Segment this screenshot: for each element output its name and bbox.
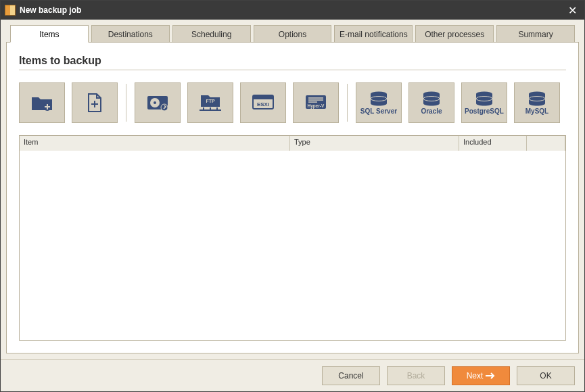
source-postgresql-label: PostgreSQL (465, 107, 504, 115)
source-esxi-button[interactable]: ESXi (240, 82, 286, 123)
table-body (20, 151, 565, 340)
esxi-icon: ESXi (251, 93, 275, 112)
source-oracle-button[interactable]: Oracle (408, 82, 454, 123)
database-icon (422, 91, 441, 106)
window-title: New backup job (20, 5, 564, 15)
separator (347, 84, 348, 122)
separator (126, 84, 126, 122)
col-included[interactable]: Included (459, 136, 527, 151)
source-ftp-button[interactable]: FTP (187, 82, 233, 123)
cancel-button[interactable]: Cancel (322, 366, 380, 385)
svg-rect-7 (253, 95, 273, 99)
app-icon (5, 5, 16, 16)
back-button[interactable]: Back (387, 366, 445, 385)
section-rule (19, 70, 566, 70)
titlebar: New backup job ✕ (1, 1, 584, 20)
source-postgresql-button[interactable]: PostgreSQL (461, 82, 507, 123)
next-button[interactable]: Next (452, 366, 510, 385)
hyperv-icon: Hyper-V (304, 93, 328, 112)
table-header: Item Type Included (20, 136, 565, 151)
arrow-right-icon (486, 372, 495, 379)
source-oracle-label: Oracle (421, 107, 442, 115)
database-icon (528, 91, 546, 106)
tab-other[interactable]: Other processes (415, 25, 494, 43)
source-buttons-row: FTP ESXi (19, 82, 566, 123)
source-hyperv-button[interactable]: Hyper-V (293, 82, 339, 123)
tab-scheduling[interactable]: Scheduling (172, 25, 251, 43)
section-title: Items to backup (19, 55, 566, 67)
folder-plus-icon (30, 93, 53, 112)
tab-destinations[interactable]: Destinations (91, 25, 170, 43)
tab-options[interactable]: Options (254, 25, 332, 43)
tab-summary[interactable]: Summary (496, 25, 575, 43)
source-sqlserver-label: SQL Server (360, 107, 397, 115)
ok-button[interactable]: OK (517, 366, 575, 385)
col-spacer (527, 136, 565, 151)
tab-items[interactable]: Items (10, 25, 89, 43)
tab-email[interactable]: E-mail notifications (334, 25, 413, 43)
content-area: APPNEE.COM Items Destinations Scheduling… (1, 20, 584, 359)
source-add-folder-button[interactable] (19, 82, 65, 123)
dialog-window: New backup job ✕ APPNEE.COM Items Destin… (0, 0, 585, 392)
source-mysql-label: MySQL (525, 107, 548, 115)
source-sqlserver-button[interactable]: SQL Server (356, 82, 402, 123)
svg-point-3 (154, 101, 156, 104)
disk-icon (146, 93, 169, 112)
svg-text:FTP: FTP (206, 99, 215, 103)
source-add-file-button[interactable] (72, 82, 118, 123)
source-mysql-button[interactable]: MySQL (514, 82, 560, 123)
next-button-label: Next (467, 371, 484, 381)
col-item[interactable]: Item (20, 136, 290, 151)
footer-bar: Cancel Back Next OK (1, 359, 584, 391)
items-table: Item Type Included (19, 135, 566, 341)
database-icon (369, 91, 388, 106)
col-type[interactable]: Type (290, 136, 459, 151)
database-icon (475, 91, 494, 106)
svg-text:Hyper-V: Hyper-V (308, 103, 325, 109)
svg-text:ESXi: ESXi (257, 101, 269, 107)
tab-panel: Items to backup (6, 42, 579, 353)
file-plus-icon (85, 93, 104, 113)
source-disk-image-button[interactable] (135, 82, 181, 123)
tab-strip: Items Destinations Scheduling Options E-… (6, 25, 579, 43)
ftp-icon: FTP (198, 93, 223, 113)
close-icon[interactable]: ✕ (564, 4, 580, 17)
